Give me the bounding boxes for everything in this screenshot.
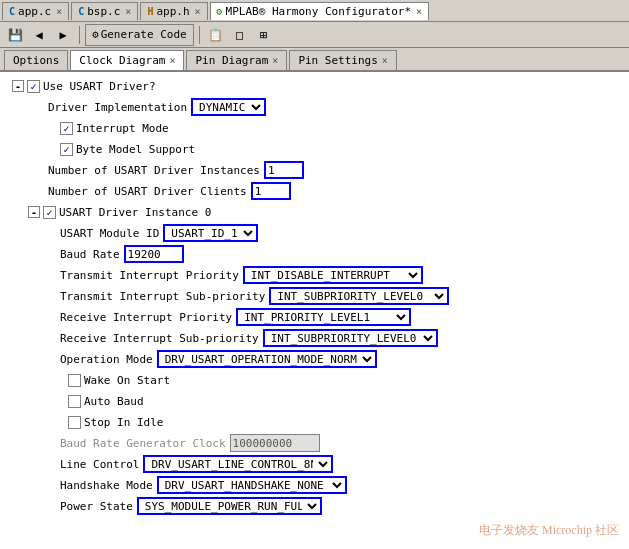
handshake-mode-row: Handshake Mode DRV_USART_HANDSHAKE_NONE … <box>8 475 621 495</box>
tab-clock-diagram[interactable]: Clock Diagram × <box>70 50 184 70</box>
title-bar: C app.c × C bsp.c × H app.h × ⚙ MPLAB® H… <box>0 0 629 22</box>
rx-int-priority-row: Receive Interrupt Priority INT_PRIORITY_… <box>8 307 621 327</box>
close-pin-diagram[interactable]: × <box>272 55 278 66</box>
auto-baud-row: Auto Baud <box>8 391 621 411</box>
use-usart-label: Use USART Driver? <box>43 80 156 93</box>
baud-gen-clock-row: Baud Rate Generator Clock <box>8 433 621 453</box>
tab-app-h[interactable]: H app.h × <box>140 2 207 20</box>
close-clock-diagram[interactable]: × <box>169 55 175 66</box>
rx-int-priority-label: Receive Interrupt Priority <box>60 311 232 324</box>
num-instances-input[interactable] <box>264 161 304 179</box>
watermark: 电子发烧友 Microchip 社区 <box>479 522 619 539</box>
line-control-row: Line Control DRV_USART_LINE_CONTROL_8NON… <box>8 454 621 474</box>
view-tab-bar: Options Clock Diagram × Pin Diagram × Pi… <box>0 48 629 72</box>
close-tab-app-c[interactable]: × <box>56 6 62 17</box>
use-usart-checkbox[interactable] <box>27 80 40 93</box>
baud-rate-input[interactable] <box>124 245 184 263</box>
num-instances-label: Number of USART Driver Instances <box>48 164 260 177</box>
toolbar: 💾 ◀ ▶ ⚙ Generate Code 📋 □ ⊞ <box>0 22 629 48</box>
separator-1 <box>79 26 80 44</box>
interrupt-mode-row: Interrupt Mode <box>8 118 621 138</box>
module-id-label: USART Module ID <box>60 227 159 240</box>
tx-int-priority-select[interactable]: INT_DISABLE_INTERRUPT INT_PRIORITY_LEVEL… <box>243 266 423 284</box>
operation-mode-label: Operation Mode <box>60 353 153 366</box>
tab-bsp-c[interactable]: C bsp.c × <box>71 2 138 20</box>
forward-button[interactable]: ▶ <box>52 24 74 46</box>
tx-int-subpriority-row: Transmit Interrupt Sub-priority INT_SUBP… <box>8 286 621 306</box>
tx-int-subpriority-select[interactable]: INT_SUBPRIORITY_LEVEL0 INT_SUBPRIORITY_L… <box>269 287 449 305</box>
rx-int-subpriority-label: Receive Interrupt Sub-priority <box>60 332 259 345</box>
instance0-checkbox[interactable] <box>43 206 56 219</box>
module-id-select[interactable]: USART_ID_1 USART_ID_2 <box>163 224 258 242</box>
clipboard-button[interactable]: 📋 <box>205 24 227 46</box>
baud-gen-clock-label: Baud Rate Generator Clock <box>60 437 226 450</box>
tx-int-subpriority-label: Transmit Interrupt Sub-priority <box>60 290 265 303</box>
use-usart-driver-row: - Use USART Driver? <box>8 76 621 96</box>
grid-button[interactable]: ⊞ <box>253 24 275 46</box>
c-file-icon: C <box>9 6 15 17</box>
generate-code-button[interactable]: ⚙ Generate Code <box>85 24 194 46</box>
wake-on-start-row: Wake On Start <box>8 370 621 390</box>
byte-model-row: Byte Model Support <box>8 139 621 159</box>
instance0-header-row: - USART Driver Instance 0 <box>8 202 621 222</box>
tab-app-c[interactable]: C app.c × <box>2 2 69 20</box>
c-file-icon2: C <box>78 6 84 17</box>
separator-2 <box>199 26 200 44</box>
auto-baud-checkbox[interactable] <box>68 395 81 408</box>
driver-impl-row: Driver Implementation DYNAMIC STATIC <box>8 97 621 117</box>
gear-icon: ⚙ <box>92 28 99 41</box>
auto-baud-label: Auto Baud <box>84 395 144 408</box>
close-tab-harmony[interactable]: × <box>416 6 422 17</box>
baud-rate-label: Baud Rate <box>60 248 120 261</box>
tab-pin-diagram[interactable]: Pin Diagram × <box>186 50 287 70</box>
operation-mode-select[interactable]: DRV_USART_OPERATION_MODE_NORMAL DRV_USAR… <box>157 350 377 368</box>
tx-int-priority-label: Transmit Interrupt Priority <box>60 269 239 282</box>
back-button[interactable]: ◀ <box>28 24 50 46</box>
num-clients-row: Number of USART Driver Clients <box>8 181 621 201</box>
operation-mode-row: Operation Mode DRV_USART_OPERATION_MODE_… <box>8 349 621 369</box>
interrupt-mode-label: Interrupt Mode <box>76 122 169 135</box>
tab-harmony-config[interactable]: ⚙ MPLAB® Harmony Configurator* × <box>210 2 430 20</box>
main-content: - Use USART Driver? Driver Implementatio… <box>0 72 629 549</box>
line-control-select[interactable]: DRV_USART_LINE_CONTROL_8NONE1 DRV_USART_… <box>143 455 333 473</box>
close-tab-bsp-c[interactable]: × <box>125 6 131 17</box>
wake-on-start-label: Wake On Start <box>84 374 170 387</box>
layout-button[interactable]: □ <box>229 24 251 46</box>
rx-int-subpriority-select[interactable]: INT_SUBPRIORITY_LEVEL0 INT_SUBPRIORITY_L… <box>263 329 438 347</box>
byte-model-label: Byte Model Support <box>76 143 195 156</box>
stop-in-idle-label: Stop In Idle <box>84 416 163 429</box>
rx-int-subpriority-row: Receive Interrupt Sub-priority INT_SUBPR… <box>8 328 621 348</box>
handshake-mode-label: Handshake Mode <box>60 479 153 492</box>
tab-options[interactable]: Options <box>4 50 68 70</box>
rx-int-priority-select[interactable]: INT_PRIORITY_LEVEL1 INT_PRIORITY_LEVEL2 <box>236 308 411 326</box>
instance0-label: USART Driver Instance 0 <box>59 206 211 219</box>
num-instances-row: Number of USART Driver Instances <box>8 160 621 180</box>
num-clients-input[interactable] <box>251 182 291 200</box>
h-file-icon: H <box>147 6 153 17</box>
tx-int-priority-row: Transmit Interrupt Priority INT_DISABLE_… <box>8 265 621 285</box>
wake-on-start-checkbox[interactable] <box>68 374 81 387</box>
baud-gen-clock-input <box>230 434 320 452</box>
tab-pin-settings[interactable]: Pin Settings × <box>289 50 397 70</box>
line-control-label: Line Control <box>60 458 139 471</box>
byte-model-checkbox[interactable] <box>60 143 73 156</box>
power-state-label: Power State <box>60 500 133 513</box>
stop-in-idle-checkbox[interactable] <box>68 416 81 429</box>
stop-in-idle-row: Stop In Idle <box>8 412 621 432</box>
num-clients-label: Number of USART Driver Clients <box>48 185 247 198</box>
module-id-row: USART Module ID USART_ID_1 USART_ID_2 <box>8 223 621 243</box>
power-state-select[interactable]: SYS_MODULE_POWER_RUN_FULL SYS_MODULE_POW… <box>137 497 322 515</box>
interrupt-mode-checkbox[interactable] <box>60 122 73 135</box>
usart-toggle[interactable]: - <box>12 80 24 92</box>
baud-rate-row: Baud Rate <box>8 244 621 264</box>
power-state-row: Power State SYS_MODULE_POWER_RUN_FULL SY… <box>8 496 621 516</box>
save-button[interactable]: 💾 <box>4 24 26 46</box>
instance0-toggle[interactable]: - <box>28 206 40 218</box>
driver-impl-select[interactable]: DYNAMIC STATIC <box>191 98 266 116</box>
close-tab-app-h[interactable]: × <box>195 6 201 17</box>
driver-impl-label: Driver Implementation <box>48 101 187 114</box>
close-pin-settings[interactable]: × <box>382 55 388 66</box>
config-icon: ⚙ <box>217 6 223 17</box>
handshake-mode-select[interactable]: DRV_USART_HANDSHAKE_NONE DRV_USART_HANDS… <box>157 476 347 494</box>
